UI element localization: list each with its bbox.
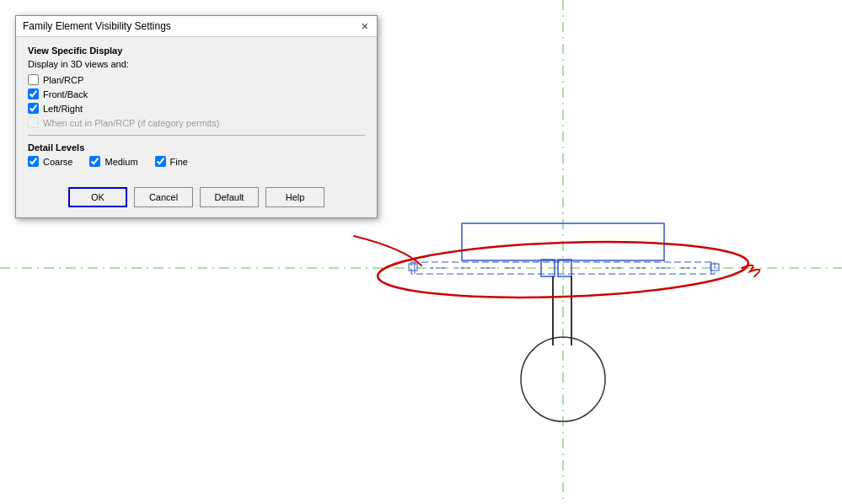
dialog-title: Family Element Visibility Settings [23, 20, 171, 32]
button-row: OK Cancel Default Help [16, 179, 377, 217]
divider-1 [28, 135, 365, 136]
checkbox-left-right[interactable] [28, 103, 39, 114]
checkbox-row-plan-rcp: Plan/RCP [28, 74, 365, 85]
help-button[interactable]: Help [265, 187, 324, 207]
checkbox-when-cut [28, 117, 39, 128]
svg-rect-11 [409, 264, 417, 271]
dialog-family-visibility: Family Element Visibility Settings × Vie… [15, 15, 378, 218]
label-left-right: Left/Right [43, 104, 83, 114]
detail-levels-row: Coarse Medium Fine [28, 156, 365, 170]
section-view-label: View Specific Display [28, 46, 365, 56]
checkbox-plan-rcp[interactable] [28, 74, 39, 85]
checkbox-row-when-cut: When cut in Plan/RCP (if category permit… [28, 117, 365, 128]
checkbox-coarse[interactable] [28, 156, 39, 167]
checkbox-fine[interactable] [155, 156, 166, 167]
checkbox-row-medium: Medium [89, 156, 137, 167]
label-coarse: Coarse [43, 157, 72, 167]
checkbox-row-coarse: Coarse [28, 156, 72, 167]
checkbox-row-fine: Fine [155, 156, 188, 167]
checkbox-row-left-right: Left/Right [28, 103, 365, 114]
checkbox-front-back[interactable] [28, 88, 39, 99]
checkbox-row-front-back: Front/Back [28, 88, 365, 99]
default-button[interactable]: Default [200, 187, 259, 207]
label-medium: Medium [105, 157, 137, 167]
dialog-close-button[interactable]: × [360, 20, 370, 32]
section-detail-label: Detail Levels [28, 142, 365, 153]
label-when-cut: When cut in Plan/RCP (if category permit… [43, 118, 219, 128]
cancel-button[interactable]: Cancel [134, 187, 193, 207]
checkbox-medium[interactable] [89, 156, 100, 167]
dialog-body: View Specific Display Display in 3D view… [16, 37, 377, 179]
label-plan-rcp: Plan/RCP [43, 75, 83, 85]
ok-button[interactable]: OK [68, 187, 127, 207]
label-fine: Fine [170, 157, 188, 167]
dialog-titlebar: Family Element Visibility Settings × [16, 16, 377, 37]
subsection-3d-label: Display in 3D views and: [28, 59, 365, 69]
label-front-back: Front/Back [43, 89, 88, 99]
